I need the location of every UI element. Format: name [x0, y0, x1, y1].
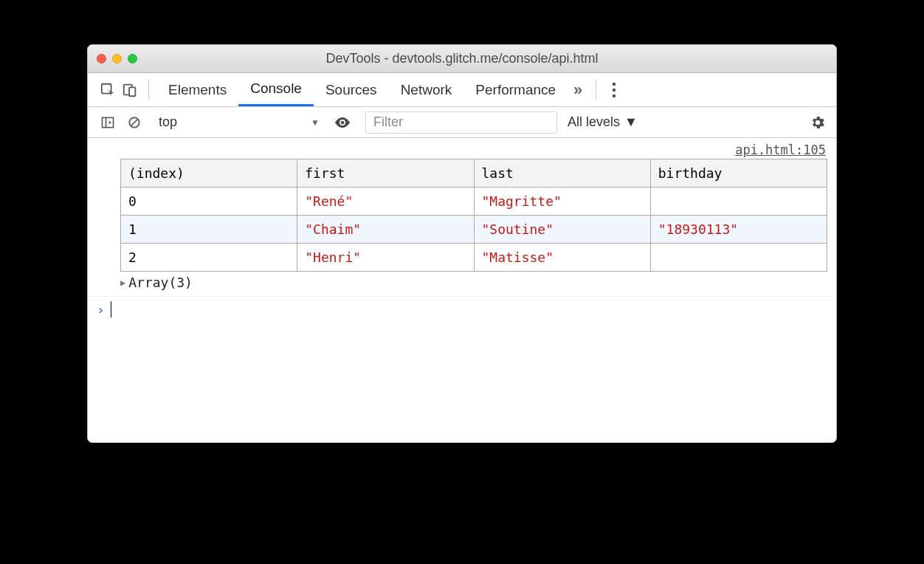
tab-console[interactable]: Console — [238, 73, 314, 106]
chevron-down-icon: ▼ — [624, 114, 638, 130]
tab-performance[interactable]: Performance — [463, 73, 568, 106]
chevron-down-icon: ▼ — [311, 117, 320, 128]
cell-index: 0 — [121, 188, 297, 216]
svg-rect-6 — [103, 117, 114, 127]
cell-birthday — [650, 188, 827, 216]
table-row: 0 "René" "Magritte" — [121, 188, 827, 216]
inspect-element-icon[interactable] — [97, 79, 119, 101]
tab-elements[interactable]: Elements — [156, 73, 238, 106]
svg-marker-8 — [109, 120, 111, 124]
toggle-sidebar-icon[interactable] — [97, 111, 119, 134]
log-levels-label: All levels — [568, 114, 620, 130]
svg-rect-2 — [129, 87, 135, 96]
cell-first: "Henri" — [297, 244, 474, 272]
live-expression-icon[interactable] — [331, 111, 354, 134]
svg-point-4 — [613, 88, 616, 92]
more-tabs-button[interactable]: » — [568, 80, 588, 100]
divider — [148, 80, 149, 100]
customize-devtools-button[interactable] — [604, 79, 624, 101]
console-table: (index) first last birthday 0 "René" "Ma… — [88, 159, 836, 272]
cell-index: 2 — [121, 244, 297, 272]
cell-birthday: "18930113" — [650, 216, 827, 244]
object-summary-label: Array(3) — [128, 275, 193, 290]
console-settings-icon[interactable] — [807, 111, 829, 134]
svg-point-3 — [613, 82, 616, 86]
col-last[interactable]: last — [474, 159, 650, 188]
zoom-window-button[interactable] — [128, 54, 137, 63]
text-cursor — [111, 301, 111, 317]
cell-last: "Magritte" — [474, 188, 650, 216]
execution-context-label: top — [159, 114, 177, 130]
disclosure-triangle-icon[interactable]: ▶ — [120, 278, 125, 288]
minimize-window-button[interactable] — [112, 54, 122, 63]
execution-context-select[interactable]: top ▼ — [150, 111, 327, 134]
tab-network[interactable]: Network — [389, 73, 464, 106]
table-header-row: (index) first last birthday — [121, 159, 827, 188]
titlebar: DevTools - devtools.glitch.me/console/ap… — [88, 45, 836, 73]
prompt-caret-icon: › — [97, 302, 105, 317]
cell-last: "Soutine" — [474, 216, 650, 244]
tab-sources[interactable]: Sources — [314, 73, 389, 106]
svg-point-11 — [341, 120, 345, 124]
console-toolbar: top ▼ All levels ▼ — [88, 107, 836, 138]
toggle-device-toolbar-icon[interactable] — [119, 79, 141, 101]
devtools-window: DevTools - devtools.glitch.me/console/ap… — [87, 44, 837, 443]
close-window-button[interactable] — [97, 54, 106, 63]
devtools-tabs: Elements Console Sources Network Perform… — [88, 73, 836, 107]
console-output: api.html:105 (index) first last birthday… — [88, 138, 836, 442]
message-source-link[interactable]: api.html:105 — [88, 138, 836, 159]
filter-input[interactable] — [365, 111, 557, 134]
col-first[interactable]: first — [297, 159, 474, 188]
table-row: 1 "Chaim" "Soutine" "18930113" — [121, 216, 827, 244]
console-prompt[interactable]: › — [88, 297, 836, 322]
clear-console-icon[interactable] — [123, 111, 145, 134]
svg-line-10 — [131, 119, 137, 125]
cell-index: 1 — [121, 216, 297, 244]
traffic-lights — [97, 54, 137, 63]
cell-first: "René" — [297, 188, 474, 216]
log-levels-select[interactable]: All levels ▼ — [568, 114, 638, 130]
col-index[interactable]: (index) — [121, 159, 297, 188]
svg-point-5 — [613, 94, 616, 97]
cell-last: "Matisse" — [474, 244, 650, 272]
object-summary[interactable]: ▶ Array(3) — [88, 272, 836, 297]
col-birthday[interactable]: birthday — [650, 159, 827, 188]
table-row: 2 "Henri" "Matisse" — [121, 244, 827, 272]
cell-first: "Chaim" — [297, 216, 474, 244]
window-title: DevTools - devtools.glitch.me/console/ap… — [88, 51, 836, 66]
cell-birthday — [650, 244, 827, 272]
divider — [596, 80, 596, 100]
